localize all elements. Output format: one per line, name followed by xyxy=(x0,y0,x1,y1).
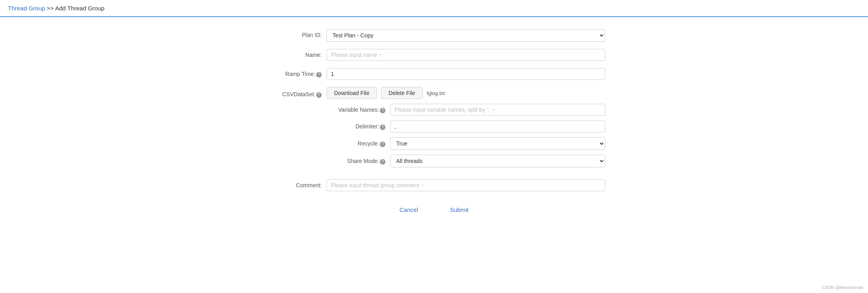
delimiter-label: Delimiter:? xyxy=(326,123,390,130)
recycle-label: Recycle:? xyxy=(326,140,390,147)
share-mode-label: Share Mode:? xyxy=(326,158,390,165)
delimiter-field xyxy=(390,120,605,132)
comment-input[interactable] xyxy=(326,179,605,191)
plan-id-label: Plan ID: xyxy=(263,29,326,38)
plan-id-row: Plan ID: Test Plan - Copy xyxy=(263,29,605,42)
name-label: Name: xyxy=(263,49,326,58)
name-field xyxy=(326,49,605,61)
submit-button[interactable]: Submit xyxy=(442,203,477,216)
name-row: Name: xyxy=(263,49,605,61)
ramp-time-row: Ramp Time:? xyxy=(263,68,605,80)
plan-id-field: Test Plan - Copy xyxy=(326,29,605,42)
comment-row: Comment: xyxy=(263,179,605,191)
delete-file-button[interactable]: Delete File xyxy=(381,87,423,99)
header-separator: >> xyxy=(45,5,55,12)
comment-field xyxy=(326,179,605,191)
variable-names-label: Variable Names:? xyxy=(326,107,390,113)
variable-names-input[interactable] xyxy=(390,104,605,116)
cancel-button[interactable]: Cancel xyxy=(391,203,426,216)
variable-names-field xyxy=(390,104,605,116)
recycle-help-icon[interactable]: ? xyxy=(380,142,385,147)
ramp-time-field xyxy=(326,68,605,80)
share-mode-help-icon[interactable]: ? xyxy=(380,159,385,165)
csv-buttons-row: Download File Delete File fglog.txt xyxy=(326,87,605,99)
csv-label: CSVDataSet:? xyxy=(263,87,326,98)
comment-label: Comment: xyxy=(263,179,326,188)
page-header: Thread Group >> Add Thread Group xyxy=(0,0,868,17)
csv-row: CSVDataSet:? Download File Delete File f… xyxy=(263,87,605,172)
plan-id-select[interactable]: Test Plan - Copy xyxy=(326,29,605,42)
thread-group-link[interactable]: Thread Group xyxy=(8,5,45,12)
variable-names-row: Variable Names:? xyxy=(326,104,605,116)
csv-filename: fglog.txt xyxy=(427,90,445,96)
form-container: Plan ID: Test Plan - Copy Name: Ramp Tim… xyxy=(255,29,613,216)
variable-names-help-icon[interactable]: ? xyxy=(380,108,385,113)
share-mode-field: All threads Current thread group Current… xyxy=(390,155,605,167)
page-title: Add Thread Group xyxy=(55,5,104,12)
csv-block: Download File Delete File fglog.txt Vari… xyxy=(326,87,605,172)
recycle-row: Recycle:? True False xyxy=(326,137,605,150)
download-file-button[interactable]: Download File xyxy=(326,87,377,99)
ramp-time-label: Ramp Time:? xyxy=(263,68,326,78)
ramp-time-input[interactable] xyxy=(326,68,605,80)
name-input[interactable] xyxy=(326,49,605,61)
csv-help-icon[interactable]: ? xyxy=(316,92,322,98)
delimiter-row: Delimiter:? xyxy=(326,120,605,132)
share-mode-select[interactable]: All threads Current thread group Current… xyxy=(390,155,605,167)
recycle-field: True False xyxy=(390,137,605,150)
delimiter-help-icon[interactable]: ? xyxy=(380,124,385,130)
ramp-time-help-icon[interactable]: ? xyxy=(316,72,322,78)
share-mode-row: Share Mode:? All threads Current thread … xyxy=(326,155,605,167)
recycle-select[interactable]: True False xyxy=(390,137,605,150)
delimiter-input[interactable] xyxy=(390,120,605,132)
footer-buttons: Cancel Submit xyxy=(263,203,605,216)
